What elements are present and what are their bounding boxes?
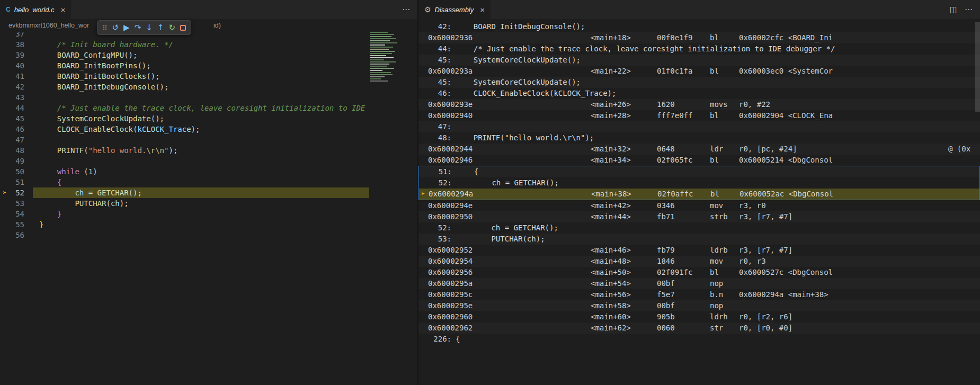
disasm-instruction-row[interactable]: 0x6000293e<main+26>1620movsr0, #22 xyxy=(418,99,980,110)
token: BOARD_InitBootPins xyxy=(57,61,138,70)
disasm-instruction-row[interactable]: 0x60002960<main+60>905bldrhr0, [r2, r6] xyxy=(418,311,980,323)
line-number[interactable]: 42 xyxy=(0,82,24,92)
line-number[interactable]: 38 xyxy=(0,39,24,50)
minimap[interactable] xyxy=(370,31,403,83)
token: BOARD_ConfigMPU xyxy=(57,51,124,59)
opcode-bytes: fff7e0ff xyxy=(657,110,710,121)
line-number[interactable]: 47 xyxy=(0,135,24,145)
disasm-instruction-row[interactable]: 0x60002946<main+34>02f065fcbl0x60005214 … xyxy=(418,155,980,166)
line-number[interactable]: 40 xyxy=(0,60,24,71)
code-line-45[interactable]: 45 SystemCoreClockUpdate(); xyxy=(0,113,369,124)
line-number[interactable]: 51 xyxy=(0,177,24,187)
code-line-41[interactable]: 41 BOARD_InitBootClocks(); xyxy=(0,71,369,82)
line-number[interactable]: 50 xyxy=(0,166,24,177)
code-line-39[interactable]: 39 BOARD_ConfigMPU(); xyxy=(0,50,369,60)
disasm-source-row[interactable]: 53: PUTCHAR(ch); xyxy=(418,234,980,245)
line-number[interactable]: 39 xyxy=(0,50,24,60)
disasm-instruction-row[interactable]: 0x60002944<main+32>0648ldrr0, [pc, #24]@… xyxy=(418,144,980,155)
operands: 0x60002cfc <BOARD_Ini xyxy=(739,32,833,43)
code-line-52[interactable]: ➤52 ch = GETCHAR(); xyxy=(0,187,369,198)
disasm-source-row[interactable]: 45: SystemCoreClockUpdate(); xyxy=(418,55,980,66)
disasm-instruction-row[interactable]: 0x60002956<main+50>02f091fcbl0x6000527c … xyxy=(418,267,980,278)
disasm-instruction-row[interactable]: 0x60002962<main+62>0060strr0, [r0, #0] xyxy=(418,323,980,334)
code-line-54[interactable]: 54 } xyxy=(0,209,369,219)
disasm-instruction-row[interactable]: 0x60002952<main+46>fb79ldrbr3, [r7, #7] xyxy=(418,245,980,256)
code-line-50[interactable]: 50 while (1) xyxy=(0,166,369,177)
line-number[interactable]: 48 xyxy=(0,145,24,156)
breadcrumb-symbol-tail[interactable]: id) xyxy=(213,22,221,29)
disasm-source-row[interactable]: 46: CLOCK_EnableClock(kCLOCK_Trace); xyxy=(418,88,980,99)
code-line-42[interactable]: 42 BOARD_InitDebugConsole(); xyxy=(0,82,369,92)
disasm-instruction-row[interactable]: 0x6000295e<main+58>00bfnop xyxy=(418,300,980,311)
disasm-source-row[interactable]: 45: SystemCoreClockUpdate(); xyxy=(418,77,980,88)
code-line-56[interactable]: 56 xyxy=(0,230,369,240)
line-number[interactable]: 37 xyxy=(0,32,24,39)
code-line-55[interactable]: 55} xyxy=(0,219,369,230)
step-out-button[interactable]: ↑ xyxy=(157,24,164,32)
disasm-instruction-row[interactable]: 0x60002954<main+48>1846movr0, r3 xyxy=(418,256,980,267)
code-line-49[interactable]: 49 xyxy=(0,156,369,166)
drag-handle[interactable]: ⠿ xyxy=(102,24,108,31)
split-editor-icon[interactable]: ◫ xyxy=(950,5,957,14)
disasm-source-row[interactable]: 52: ch = GETCHAR(); xyxy=(419,177,979,189)
disasm-instruction-row[interactable]: 0x60002936<main+18>00f0e1f9bl0x60002cfc … xyxy=(418,32,980,43)
step-into-button[interactable]: ↓ xyxy=(146,24,153,32)
disasm-source-row[interactable]: 47: xyxy=(418,121,980,132)
token: ) xyxy=(93,167,97,176)
code-line-53[interactable]: 53 PUTCHAR(ch); xyxy=(0,198,369,209)
more-actions-icon[interactable]: ⋯ xyxy=(402,5,410,14)
close-tab-icon[interactable]: × xyxy=(480,5,485,14)
continue-button[interactable]: ▶ xyxy=(123,24,130,32)
line-number[interactable]: 54 xyxy=(0,209,24,219)
line-number[interactable]: 55 xyxy=(0,219,24,230)
reset-device-button[interactable]: ↺ xyxy=(112,24,119,32)
code-line-47[interactable]: 47 xyxy=(0,135,369,145)
operands: r3, [r7, #7] xyxy=(739,211,792,222)
line-number[interactable]: 44 xyxy=(0,103,24,113)
disasm-instruction-row[interactable]: 0x6000295a<main+54>00bfnop xyxy=(418,278,980,289)
disasm-source-row[interactable]: 51: { xyxy=(419,166,979,177)
disasm-instruction-row[interactable]: ➤0x6000294a<main+38>02f0affcbl0x600052ac… xyxy=(419,189,979,200)
disasm-instruction-row[interactable]: 0x60002950<main+44>fb71strbr3, [r7, #7] xyxy=(418,211,980,222)
source-text: SystemCoreClockUpdate(); xyxy=(456,55,581,66)
disasm-source-row[interactable]: 226:{ xyxy=(418,334,980,345)
line-number[interactable]: 56 xyxy=(0,230,24,240)
token: (); xyxy=(124,51,137,59)
function-offset: <main+44> xyxy=(591,211,657,222)
restart-button[interactable]: ↻ xyxy=(168,24,175,32)
scrollbar[interactable] xyxy=(975,22,980,112)
step-over-button[interactable]: ↷ xyxy=(135,24,141,32)
disasm-instruction-row[interactable]: 0x6000293a<main+22>01f0c1fabl0x60003ec0 … xyxy=(418,66,980,77)
opcode-bytes: fb79 xyxy=(657,245,710,256)
disasm-source-row[interactable]: 52: ch = GETCHAR(); xyxy=(418,222,980,234)
line-number[interactable]: 41 xyxy=(0,71,24,82)
code-line-40[interactable]: 40 BOARD_InitBootPins(); xyxy=(0,60,369,71)
disasm-source-row[interactable]: 44: /* Just enable the trace clock, leav… xyxy=(418,43,980,55)
code-line-46[interactable]: 46 CLOCK_EnableClock(kCLOCK_Trace); xyxy=(0,124,369,135)
disasm-source-row[interactable]: 42: BOARD_InitDebugConsole(); xyxy=(418,21,980,32)
code-line-44[interactable]: 44 /* Just enable the trace clock, leave… xyxy=(0,103,369,113)
disasm-instruction-row[interactable]: 0x6000294e<main+42>0346movr3, r0 xyxy=(418,200,980,211)
debug-toolbar: ⠿↺▶↷↓↑↻ xyxy=(97,20,191,35)
more-actions-icon[interactable]: ⋯ xyxy=(965,5,973,14)
stop-button[interactable] xyxy=(180,25,186,31)
line-number[interactable]: 49 xyxy=(0,156,24,166)
line-number[interactable]: 53 xyxy=(0,198,24,209)
function-offset: <main+34> xyxy=(591,155,657,166)
breadcrumb-project[interactable]: evkbmimxrt1060_hello_wor xyxy=(8,22,89,29)
code-line-38[interactable]: 38 /* Init board hardware. */ xyxy=(0,39,369,50)
opcode-bytes: f5e7 xyxy=(657,289,710,300)
disasm-instruction-row[interactable]: 0x6000295c<main+56>f5e7b.n0x6000294a <ma… xyxy=(418,289,980,300)
disasm-instruction-row[interactable]: 0x60002940<main+28>fff7e0ffbl0x60002904 … xyxy=(418,110,980,121)
line-number[interactable]: 46 xyxy=(0,124,24,135)
line-number[interactable]: 45 xyxy=(0,113,24,124)
tab-hello-world-c[interactable]: C hello_world.c × xyxy=(0,0,71,19)
disasm-source-row[interactable]: 48: PRINTF("hello world.\r\n"); xyxy=(418,132,980,144)
instruction-address: 0x6000295a xyxy=(428,278,591,289)
tab-disassembly[interactable]: ⚙ Disassembly × xyxy=(418,0,491,19)
code-line-43[interactable]: 43 xyxy=(0,92,369,103)
close-tab-icon[interactable]: × xyxy=(61,5,66,14)
line-number[interactable]: 43 xyxy=(0,92,24,103)
code-line-51[interactable]: 51 { xyxy=(0,177,369,187)
code-line-48[interactable]: 48 PRINTF("hello world.\r\n"); xyxy=(0,145,369,156)
